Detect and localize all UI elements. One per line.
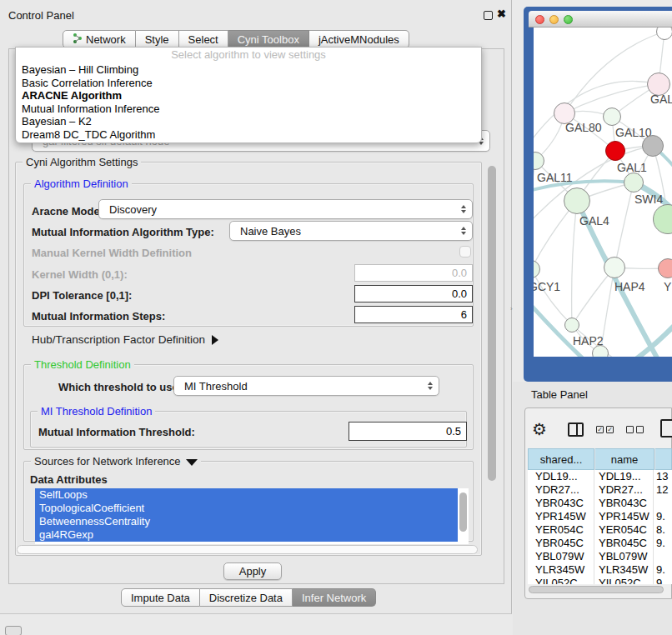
- algorithm-option-list: Bayesian – Hill ClimbingBasic Correlatio…: [16, 63, 481, 142]
- kernel-width-field[interactable]: 0.0: [354, 264, 473, 282]
- network-node-gal4[interactable]: [564, 188, 590, 214]
- gear-icon[interactable]: ⚙: [532, 419, 547, 439]
- table-row[interactable]: YLR345WYLR345W9.: [528, 563, 672, 577]
- close-traffic-light-icon[interactable]: [535, 15, 544, 24]
- zoom-traffic-light-icon[interactable]: [564, 15, 573, 24]
- table-row[interactable]: YPR145WYPR145W9.: [528, 510, 672, 523]
- kernel-width-label: Kernel Width (0,1):: [32, 268, 128, 281]
- table-rows: YDL19...YDL19...13YDR27...YDR27...12YBR0…: [528, 470, 672, 584]
- mi-steps-field[interactable]: 6: [354, 306, 473, 323]
- split-table-icon[interactable]: [568, 422, 584, 437]
- table-cell: YBL079W: [594, 550, 654, 563]
- control-panel-window: Control Panel ✖ NetworkStyleSelectCyni T…: [0, 0, 512, 614]
- network-node-hap2[interactable]: [564, 318, 579, 332]
- which-threshold-label: Which threshold to use:: [58, 381, 182, 393]
- tab-label: Infer Network: [302, 592, 366, 604]
- manual-kernel-checkbox[interactable]: [459, 246, 471, 258]
- network-view-window: GALGAL80GAL10GAL1GAL11SWI4GAL4GCY1HAP4YH…: [524, 7, 672, 382]
- table-cell: 9.: [654, 537, 671, 550]
- minimize-traffic-light-icon[interactable]: [549, 15, 559, 24]
- algorithm-dropdown-popup: Select algorithm to view settings Bayesi…: [15, 47, 482, 143]
- network-node-swi4[interactable]: [624, 172, 644, 192]
- hub-definition-toggle[interactable]: Hub/Transcription Factor Definition: [32, 333, 218, 346]
- aracne-mode-combo[interactable]: Discovery: [98, 199, 473, 219]
- data-attributes-list[interactable]: SelfLoopsTopologicalCoefficientBetweenne…: [35, 488, 469, 544]
- algorithm-option[interactable]: Bayesian – Hill Climbing: [16, 63, 481, 77]
- list-scrollbar-thumb[interactable]: [459, 492, 467, 532]
- node-label: GAL: [650, 92, 672, 106]
- scrollbar-thumb[interactable]: [529, 586, 664, 593]
- tab-infer-network[interactable]: Infer Network: [293, 588, 376, 607]
- network-canvas[interactable]: GALGAL80GAL10GAL1GAL11SWI4GAL4GCY1HAP4YH…: [534, 28, 672, 357]
- algorithm-option[interactable]: Dream8 DC_TDC Algorithm: [16, 128, 481, 142]
- table-row[interactable]: YDL19...YDL19...13: [528, 470, 672, 483]
- column-header[interactable]: shared...: [528, 448, 594, 470]
- column-header[interactable]: [655, 448, 672, 470]
- hub-definition-label: Hub/Transcription Factor Definition: [32, 333, 205, 346]
- table-cell: 12: [654, 483, 671, 497]
- tab-network[interactable]: Network: [63, 30, 136, 48]
- tab-cyni-toolbox[interactable]: Cyni Toolbox: [228, 30, 309, 48]
- table-row[interactable]: YBL079WYBL079W: [528, 550, 672, 563]
- table-cell: YBR045C: [528, 537, 594, 550]
- mi-threshold-label: Mutual Information Threshold:: [38, 426, 195, 438]
- table-horizontal-scrollbar[interactable]: [526, 585, 670, 595]
- manual-kernel-label: Manual Kernel Width Definition: [32, 247, 192, 259]
- algorithm-option[interactable]: ARACNE Algorithm: [16, 89, 481, 102]
- algorithm-option[interactable]: Basic Correlation Inference: [16, 77, 481, 90]
- mi-type-label: Mutual Information Algorithm Type:: [32, 226, 214, 238]
- settings-vertical-scrollbar[interactable]: [486, 164, 498, 552]
- apply-button[interactable]: Apply: [223, 562, 282, 580]
- tab-label: Discretize Data: [209, 592, 283, 604]
- table-row[interactable]: YIL052CYIL052C9.: [528, 577, 672, 584]
- table-row[interactable]: YBR043CYBR043C: [528, 497, 672, 510]
- table-mode-icon[interactable]: [660, 419, 672, 438]
- network-window-titlebar[interactable]: [529, 11, 672, 28]
- table-cell: YLR345W: [528, 563, 594, 577]
- network-node-gal1[interactable]: [605, 141, 625, 161]
- node-label: GAL80: [565, 121, 602, 134]
- network-node-gal10[interactable]: [603, 108, 621, 126]
- attribute-list-item[interactable]: BetweennessCentrality: [35, 515, 458, 528]
- network-node-hap4[interactable]: [604, 257, 625, 278]
- deselect-all-columns-icon[interactable]: [626, 426, 644, 433]
- mi-threshold-field[interactable]: 0.5: [349, 422, 467, 441]
- table-row[interactable]: YDR27...YDR27...12: [528, 483, 672, 497]
- network-node[interactable]: [656, 28, 672, 40]
- attribute-list-item[interactable]: SelfLoops: [35, 488, 458, 502]
- column-header[interactable]: name: [595, 448, 654, 470]
- scrollbar-thumb[interactable]: [488, 166, 496, 481]
- network-node[interactable]: [642, 135, 664, 157]
- table-row[interactable]: YER054CYER054C8.: [528, 523, 672, 537]
- tab-discretize-data[interactable]: Discretize Data: [200, 588, 293, 607]
- sources-group-title[interactable]: Sources for Network Inference: [31, 455, 201, 468]
- close-icon[interactable]: ✖: [497, 8, 506, 20]
- attribute-list-item[interactable]: gal4RGexp: [35, 528, 458, 542]
- tab-label: Style: [145, 33, 169, 46]
- tab-style[interactable]: Style: [136, 30, 179, 48]
- select-all-columns-icon[interactable]: ✓ ✓: [596, 426, 614, 433]
- table-cell: YDL19...: [594, 470, 654, 483]
- node-label: GAL4: [579, 214, 609, 228]
- algorithm-option[interactable]: Bayesian – K2: [16, 115, 481, 128]
- checked-box-icon: ✓: [596, 426, 604, 433]
- collapsed-panel-stub[interactable]: [5, 626, 22, 635]
- network-node-y[interactable]: [658, 258, 672, 278]
- tab-select[interactable]: Select: [179, 30, 228, 48]
- float-window-icon[interactable]: [484, 11, 493, 20]
- panel-resize-grip-icon[interactable]: ›: [510, 306, 514, 312]
- table-cell: YDR27...: [594, 483, 654, 497]
- which-threshold-combo[interactable]: MI Threshold: [173, 376, 439, 396]
- table-row[interactable]: YBR045CYBR045C9.: [528, 537, 672, 550]
- checked-box-icon: ✓: [606, 426, 614, 433]
- tab-impute-data[interactable]: Impute Data: [121, 588, 200, 607]
- attribute-list-item[interactable]: TopologicalCoefficient: [35, 502, 458, 515]
- mi-type-combo[interactable]: Naive Bayes: [229, 221, 473, 241]
- network-node[interactable]: [592, 345, 609, 357]
- combo-arrows-icon: [428, 382, 433, 390]
- settings-horizontal-scrollbar[interactable]: [17, 545, 478, 554]
- algorithm-option[interactable]: Mutual Information Inference: [16, 102, 481, 116]
- dpi-tolerance-field[interactable]: 0.0: [354, 285, 473, 302]
- tab-jactivemnodules[interactable]: jActiveMNodules: [309, 30, 409, 48]
- control-panel-tab-bar: NetworkStyleSelectCyni ToolboxjActiveMNo…: [63, 30, 409, 48]
